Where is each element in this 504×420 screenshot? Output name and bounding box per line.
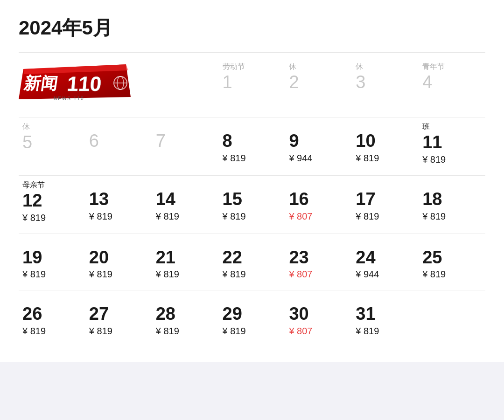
price-12: ¥ 819 — [22, 213, 82, 223]
holiday-label-2: 休 — [289, 62, 348, 72]
calendar-page: 2024年5月 — [0, 0, 504, 362]
day-cell-5: 休 5 — [19, 117, 85, 172]
logo-cell: 新闻 110 NEWS 110 — [19, 57, 219, 113]
day-cell-12: 母亲节 12 ¥ 819 — [19, 176, 85, 230]
day-cell-29: - 29 ¥ 819 — [219, 290, 286, 343]
price-20: ¥ 819 — [89, 269, 148, 280]
day-number-2: 2 — [289, 73, 348, 92]
price-29: ¥ 819 — [223, 326, 282, 337]
price-10: ¥ 819 — [356, 153, 415, 164]
day-cell-14: - 14 ¥ 819 — [152, 176, 219, 230]
price-15: ¥ 819 — [223, 211, 282, 222]
week-row-4: - 19 ¥ 819 - 20 ¥ 819 - 21 ¥ 819 - 22 ¥ … — [19, 234, 485, 287]
day-cell-8: - 8 ¥ 819 — [219, 117, 286, 172]
day-number-21: 21 — [156, 248, 215, 268]
day-number-1: 1 — [223, 73, 282, 92]
price-27: ¥ 819 — [89, 326, 148, 337]
day-number-3: 3 — [356, 73, 415, 92]
week-row-5: - 26 ¥ 819 - 27 ¥ 819 - 28 ¥ 819 - 29 ¥ … — [19, 290, 485, 343]
page-title: 2024年5月 — [19, 15, 485, 41]
day-cell-22: - 22 ¥ 819 — [219, 234, 286, 287]
news110-logo: 新闻 110 NEWS 110 — [19, 62, 140, 104]
day-number-22: 22 — [223, 248, 282, 268]
day-cell-19: - 19 ¥ 819 — [19, 234, 85, 287]
day-cell-16: - 16 ¥ 807 — [285, 176, 352, 230]
divider — [19, 52, 485, 53]
price-31: ¥ 819 — [356, 326, 415, 337]
day-cell-11: 班 11 ¥ 819 — [419, 117, 485, 172]
price-14: ¥ 819 — [156, 211, 215, 222]
day-number-30: 30 — [289, 304, 348, 324]
day-cell-17: - 17 ¥ 819 — [352, 176, 419, 230]
price-21: ¥ 819 — [156, 269, 215, 280]
day-number-13: 13 — [89, 190, 148, 209]
holiday-label-4: 青年节 — [422, 62, 482, 72]
holiday-label-5: 休 — [22, 122, 82, 132]
day-number-14: 14 — [156, 190, 215, 209]
price-16: ¥ 807 — [289, 211, 348, 222]
day-cell-6: - 6 — [85, 117, 152, 172]
day-cell-30: - 30 ¥ 807 — [285, 290, 352, 343]
day-cell-31: - 31 ¥ 819 — [352, 290, 419, 343]
day-number-18: 18 — [422, 190, 482, 209]
day-number-20: 20 — [89, 248, 148, 268]
day-number-17: 17 — [356, 190, 415, 209]
day-number-26: 26 — [22, 304, 82, 324]
day-number-27: 27 — [89, 304, 148, 324]
day-number-15: 15 — [223, 190, 282, 209]
day-number-25: 25 — [422, 248, 482, 268]
day-number-11: 11 — [422, 133, 482, 152]
day-cell-23: - 23 ¥ 807 — [285, 234, 352, 287]
holiday-label-1: 劳动节 — [223, 62, 282, 72]
day-cell-20: - 20 ¥ 819 — [85, 234, 152, 287]
day-cell-9: - 9 ¥ 944 — [285, 117, 352, 172]
price-24: ¥ 944 — [356, 269, 415, 280]
svg-text:新闻: 新闻 — [23, 74, 59, 93]
day-cell-7: - 7 — [152, 117, 219, 172]
price-23: ¥ 807 — [289, 269, 348, 280]
week-row-3: 母亲节 12 ¥ 819 - 13 ¥ 819 - 14 ¥ 819 - 15 … — [19, 175, 485, 230]
price-13: ¥ 819 — [89, 211, 148, 222]
day-number-16: 16 — [289, 190, 348, 209]
day-number-5: 5 — [22, 133, 82, 152]
price-22: ¥ 819 — [223, 269, 282, 280]
day-number-7: 7 — [156, 131, 215, 151]
day-number-10: 10 — [356, 131, 415, 151]
day-cell-18: - 18 ¥ 819 — [419, 176, 485, 230]
day-number-6: 6 — [89, 131, 148, 151]
price-30: ¥ 807 — [289, 326, 348, 337]
day-cell-3: 休 3 — [352, 57, 419, 113]
week-row-2: 休 5 - 6 - 7 - 8 ¥ 819 - 9 ¥ 944 - 10 ¥ 8… — [19, 117, 485, 172]
day-number-31: 31 — [356, 304, 415, 324]
price-9: ¥ 944 — [289, 153, 348, 164]
day-number-9: 9 — [289, 131, 348, 151]
svg-text:110: 110 — [66, 72, 103, 95]
day-cell-15: - 15 ¥ 819 — [219, 176, 286, 230]
price-25: ¥ 819 — [422, 269, 482, 280]
price-19: ¥ 819 — [22, 269, 82, 280]
day-cell-27: - 27 ¥ 819 — [85, 290, 152, 343]
price-17: ¥ 819 — [356, 211, 415, 222]
day-number-29: 29 — [223, 304, 282, 324]
price-28: ¥ 819 — [156, 326, 215, 337]
week-row-1: 新闻 110 NEWS 110 劳动节 1 休 2 休 3 — [19, 57, 485, 113]
day-number-4: 4 — [422, 73, 482, 92]
day-cell-4: 青年节 4 — [419, 57, 485, 113]
holiday-label-11: 班 — [422, 122, 482, 132]
price-8: ¥ 819 — [223, 153, 282, 164]
day-cell-21: - 21 ¥ 819 — [152, 234, 219, 287]
holiday-label-3: 休 — [356, 62, 415, 72]
day-cell-empty — [419, 290, 485, 343]
price-11: ¥ 819 — [422, 154, 482, 165]
svg-text:NEWS 110: NEWS 110 — [54, 96, 84, 101]
day-cell-10: - 10 ¥ 819 — [352, 117, 419, 172]
day-number-12: 12 — [22, 191, 82, 211]
day-cell-13: - 13 ¥ 819 — [85, 176, 152, 230]
day-number-23: 23 — [289, 248, 348, 268]
day-cell-28: - 28 ¥ 819 — [152, 290, 219, 343]
holiday-label-12: 母亲节 — [22, 180, 82, 190]
day-cell-1: 劳动节 1 — [219, 57, 286, 113]
day-cell-26: - 26 ¥ 819 — [19, 290, 85, 343]
day-cell-2: 休 2 — [285, 57, 352, 113]
day-cell-25: - 25 ¥ 819 — [419, 234, 485, 287]
